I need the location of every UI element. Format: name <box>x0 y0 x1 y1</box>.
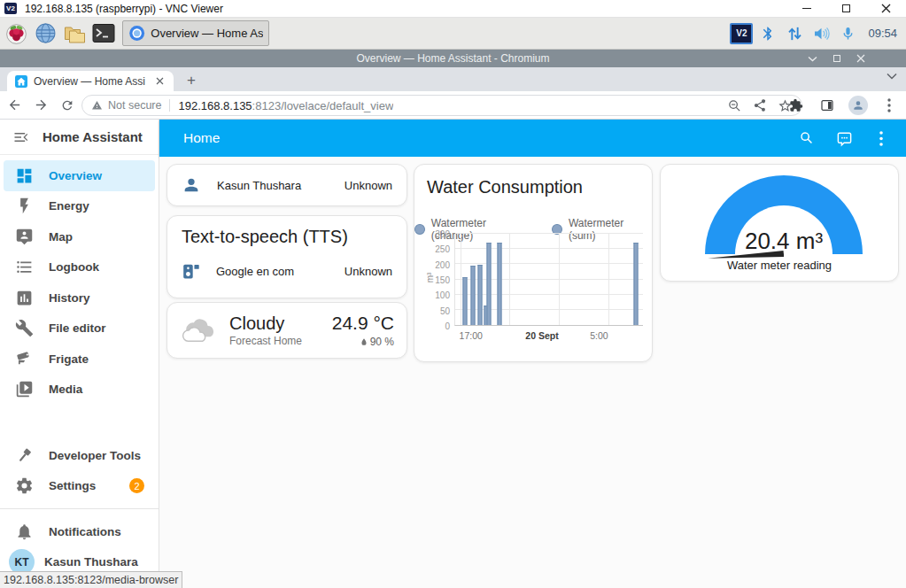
lightning-icon <box>15 197 34 215</box>
chart-bar <box>477 265 482 325</box>
ha-sidebar-title: Home Assistant <box>43 129 143 144</box>
tab-search-chevron[interactable] <box>887 73 897 80</box>
sidebar-item-developer-tools[interactable]: Developer Tools <box>4 440 155 471</box>
chart-ytick: 100 <box>435 290 450 300</box>
forward-button[interactable] <box>28 93 53 118</box>
assist-button[interactable] <box>833 128 855 149</box>
profile-button[interactable] <box>847 94 870 117</box>
forward-icon <box>34 97 49 112</box>
minimize-icon <box>802 8 811 9</box>
weather-subtitle: Forecast Home <box>229 335 332 347</box>
puzzle-icon <box>789 98 803 112</box>
gauge: 20.4 m³ <box>705 175 863 254</box>
updown-arrows-icon <box>786 25 803 43</box>
weather-card[interactable]: Cloudy Forecast Home 24.9 °C 90 % <box>166 302 407 359</box>
wrench-icon <box>15 319 34 337</box>
humidity-drop-icon <box>360 337 368 347</box>
minimize-button[interactable] <box>786 0 826 18</box>
overflow-menu-button[interactable] <box>871 128 892 149</box>
folder-icon <box>63 23 86 44</box>
sidebar-item-frigate[interactable]: Frigate <box>4 344 155 375</box>
close-window-button[interactable] <box>856 54 865 63</box>
side-panel-button[interactable] <box>816 94 839 117</box>
shade-window-button[interactable] <box>808 56 817 62</box>
gauge-label: Water meter reading <box>661 259 898 272</box>
tab-close-button[interactable] <box>152 74 166 89</box>
person-card[interactable]: Kasun Thushara Unknown <box>166 164 407 206</box>
sidebar-item-energy[interactable]: Energy <box>4 191 155 222</box>
sidebar-item-history[interactable]: History <box>4 282 155 313</box>
chart-x-axis: 17:0020 Sept5:00 <box>454 330 643 342</box>
new-tab-button[interactable]: + <box>181 70 202 91</box>
address-bar[interactable]: Not secure 192.168.8.135:8123/lovelace/d… <box>81 95 802 116</box>
tts-entity-state: Unknown <box>345 265 392 278</box>
chart-bar <box>498 243 502 325</box>
network-tray-button[interactable] <box>781 21 808 46</box>
extensions-button[interactable] <box>785 94 808 117</box>
cloudy-icon <box>180 315 221 345</box>
sidebar-item-settings[interactable]: Settings 2 <box>4 471 155 502</box>
sidebar-item-overview[interactable]: Overview <box>4 160 155 191</box>
chart-ytick: 150 <box>435 275 450 285</box>
tab-title: Overview — Home Assist <box>34 75 145 88</box>
share-icon[interactable] <box>753 98 767 112</box>
sidebar-item-file-editor[interactable]: File editor <box>4 313 155 344</box>
sidebar-item-notifications[interactable]: Notifications <box>4 516 155 547</box>
gauge-value: 20.4 m³ <box>705 228 863 255</box>
terminal-button[interactable] <box>90 21 117 46</box>
link-status-tooltip: 192.168.8.135:8123/media-browser <box>0 571 182 588</box>
taskbar-app-label: Overview — Home As... <box>151 27 263 40</box>
close-button[interactable] <box>866 0 906 18</box>
reload-icon <box>60 98 74 112</box>
gauge-card[interactable]: 20.4 m³ Water meter reading <box>660 164 899 282</box>
maximize-window-button[interactable] <box>833 55 840 62</box>
terminal-icon <box>92 23 115 43</box>
vnc-viewer-screen: V2 192.168.8.135 (raspberrypi) - VNC Vie… <box>0 0 906 588</box>
volume-tray-button[interactable] <box>808 21 834 46</box>
bluetooth-tray-button[interactable] <box>755 21 781 46</box>
taskbar: Overview — Home As... V2 <box>0 18 906 50</box>
zoom-out-icon[interactable] <box>727 98 742 113</box>
play-box-multiple-icon <box>15 380 34 398</box>
sidebar-item-media[interactable]: Media <box>4 375 155 406</box>
chart-ytick: 250 <box>435 244 450 254</box>
chart-box-icon <box>15 289 34 307</box>
bluetooth-icon <box>760 25 776 43</box>
weather-condition: Cloudy <box>229 313 332 334</box>
cctv-icon <box>15 350 34 368</box>
sidebar-item-map[interactable]: Map <box>4 221 155 252</box>
sidebar-item-logbook[interactable]: Logbook <box>4 252 155 283</box>
person-icon <box>182 175 201 195</box>
sidebar-toggle-button[interactable] <box>11 127 32 148</box>
maximize-icon <box>842 4 850 12</box>
maximize-button[interactable] <box>826 0 866 18</box>
volume-icon <box>812 25 831 43</box>
file-manager-button[interactable] <box>61 21 88 46</box>
chart-ytick: 300 <box>435 229 450 239</box>
bell-icon <box>15 522 34 541</box>
reload-button[interactable] <box>55 93 80 118</box>
browser-tab[interactable]: Overview — Home Assist <box>7 71 174 91</box>
taskbar-app-chromium[interactable]: Overview — Home As... <box>122 20 269 46</box>
view-title: Home <box>183 130 220 146</box>
raspberry-menu-button[interactable] <box>3 21 29 46</box>
chromium-titlebar: Overview — Home Assistant - Chromium <box>0 50 906 67</box>
chart-xtick: 17:00 <box>460 330 483 341</box>
search-button[interactable] <box>796 128 817 149</box>
back-button[interactable] <box>2 93 27 118</box>
url-path: :8123/lovelace/default_view <box>252 99 394 112</box>
browser-launcher-button[interactable] <box>32 21 58 46</box>
ha-sidebar: Home Assistant Overview Energy Map Logb <box>0 120 159 588</box>
taskbar-clock[interactable]: 09:54 <box>868 27 897 40</box>
tts-speaker-icon <box>182 262 200 281</box>
chart-xtick: 20 Sept <box>525 330 558 341</box>
tts-entity-row[interactable]: Google en com Unknown <box>182 262 392 281</box>
microphone-tray-button[interactable] <box>834 21 861 46</box>
view-dashboard-icon <box>15 166 34 185</box>
globe-icon <box>35 22 57 44</box>
browser-menu-button[interactable] <box>878 94 901 117</box>
chart-xtick: 5:00 <box>590 330 608 341</box>
vnc-logo-icon: V2 <box>4 3 17 14</box>
vnc-tray-button[interactable]: V2 <box>728 21 755 46</box>
security-chip[interactable]: Not secure <box>91 99 161 112</box>
